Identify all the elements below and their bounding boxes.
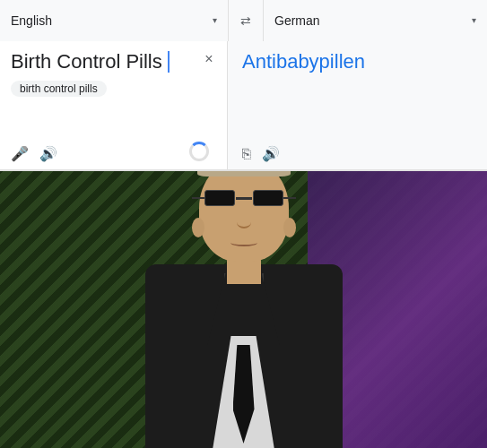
- speaker-icon[interactable]: 🔊: [39, 145, 57, 162]
- language-bar: English ▾ ⇄ German ▾: [0, 0, 487, 41]
- text-cursor: [168, 51, 170, 73]
- output-speaker-icon[interactable]: 🔊: [262, 145, 280, 162]
- translation-panels: Birth Control Pills × birth control pill…: [0, 41, 487, 171]
- source-lang-chevron: ▾: [213, 15, 217, 25]
- source-language-label: English: [11, 13, 52, 28]
- translated-text: Antibabypillen: [242, 50, 476, 73]
- input-toolbar: 🎤 🔊: [11, 140, 57, 162]
- mouth: [230, 239, 257, 246]
- translation-output-panel: Antibabypillen ⎘ 🔊: [228, 41, 487, 169]
- loading-indicator: [189, 142, 209, 161]
- clear-button[interactable]: ×: [200, 50, 218, 68]
- source-language-selector[interactable]: English ▾: [0, 0, 228, 41]
- suggestion-chip[interactable]: birth control pills: [11, 81, 107, 97]
- swap-icon: ⇄: [240, 13, 251, 28]
- glasses-right-lens: [253, 190, 283, 206]
- nose: [237, 216, 251, 228]
- hair: [197, 171, 291, 177]
- glasses-left-lens: [204, 190, 235, 206]
- translator-panel: English ▾ ⇄ German ▾ Birth Control Pills…: [0, 0, 487, 171]
- target-language-selector[interactable]: German ▾: [264, 0, 487, 41]
- copy-button[interactable]: ⎘: [242, 146, 251, 162]
- target-language-label: German: [274, 13, 320, 28]
- output-toolbar: ⎘ 🔊: [242, 145, 476, 162]
- glasses-arm-left: [192, 197, 204, 199]
- source-text[interactable]: Birth Control Pills: [11, 50, 216, 73]
- source-text-panel: Birth Control Pills × birth control pill…: [0, 41, 228, 169]
- meme-image: something's wrong I can feel it imgflip.…: [0, 171, 487, 448]
- glasses-arm-right: [283, 197, 296, 199]
- glasses-bridge: [236, 197, 252, 200]
- swap-languages-button[interactable]: ⇄: [228, 0, 264, 41]
- ear-right: [283, 218, 296, 237]
- target-lang-chevron: ▾: [472, 15, 476, 25]
- microphone-icon[interactable]: 🎤: [11, 145, 29, 162]
- ear-left: [192, 218, 204, 237]
